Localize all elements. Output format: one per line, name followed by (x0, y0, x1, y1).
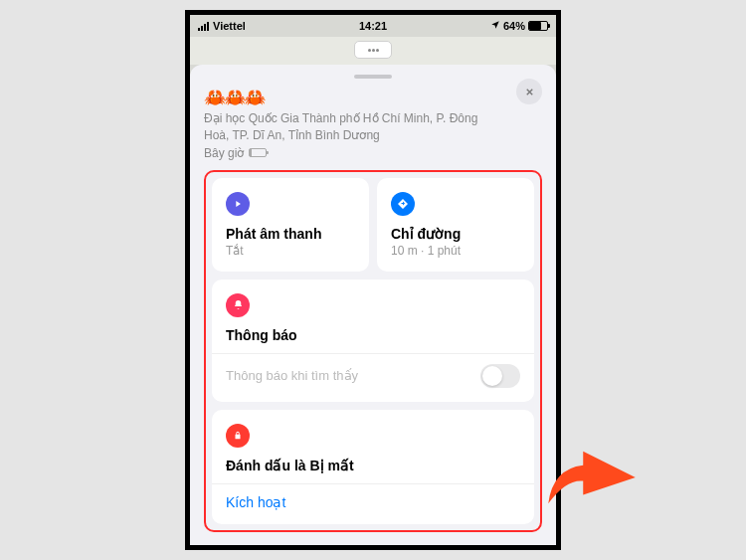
directions-card[interactable]: Chỉ đường 10 m · 1 phút (377, 178, 534, 272)
bell-icon (226, 293, 250, 317)
notifications-card[interactable]: Thông báo Thông báo khi tìm thấy (212, 280, 534, 402)
activate-link[interactable]: Kích hoạt (226, 494, 520, 510)
battery-icon (528, 21, 548, 31)
status-bar: Viettel 14:21 64% (190, 15, 556, 37)
carrier-label: Viettel (213, 20, 246, 32)
device-address: Đại học Quốc Gia Thành phố Hồ Chí Minh, … (204, 110, 482, 144)
close-button[interactable] (516, 79, 542, 104)
play-sound-card[interactable]: Phát âm thanh Tắt (212, 178, 369, 272)
mark-lost-card[interactable]: Đánh dấu là Bị mất Kích hoạt (212, 410, 534, 524)
divider (212, 483, 534, 484)
annotation-highlight: Phát âm thanh Tắt Chỉ đường 10 m · 1 phú… (204, 170, 542, 532)
phone-screen: Viettel 14:21 64% 🦀🦀🦀 Đại học Quốc Gia T… (190, 15, 556, 545)
play-sound-sub: Tắt (226, 244, 355, 258)
mark-lost-title: Đánh dấu là Bị mất (226, 458, 520, 473)
divider (212, 353, 534, 354)
notifications-title: Thông báo (226, 327, 520, 343)
play-icon (226, 192, 250, 216)
map-background (190, 37, 556, 65)
directions-sub: 10 m · 1 phút (391, 244, 520, 258)
notify-toggle[interactable] (480, 364, 520, 388)
location-icon (490, 20, 500, 32)
signal-icon (198, 22, 209, 31)
battery-percent: 64% (503, 20, 525, 32)
lock-icon (226, 424, 250, 448)
device-title: 🦀🦀🦀 (204, 87, 542, 108)
bottom-sheet: 🦀🦀🦀 Đại học Quốc Gia Thành phố Hồ Chí Mi… (190, 65, 556, 545)
directions-title: Chỉ đường (391, 226, 520, 242)
time-label: 14:21 (359, 20, 387, 32)
device-battery-row: Bây giờ (204, 146, 542, 160)
directions-icon (391, 192, 415, 216)
mini-battery-icon (249, 148, 267, 157)
device-pill[interactable] (354, 41, 392, 59)
sheet-handle[interactable] (354, 75, 392, 79)
notify-when-found-label: Thông báo khi tìm thấy (226, 368, 358, 383)
play-sound-title: Phát âm thanh (226, 226, 355, 242)
battery-time-label: Bây giờ (204, 146, 244, 160)
